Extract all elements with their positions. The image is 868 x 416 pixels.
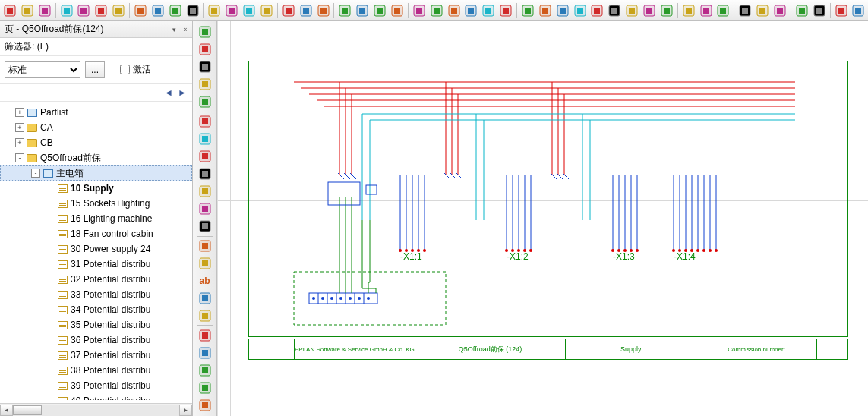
- chart-icon[interactable]: [851, 2, 867, 19]
- arc2-icon[interactable]: [195, 149, 215, 165]
- tree-row[interactable]: 32 Potential distribu: [0, 272, 192, 287]
- polyline-icon[interactable]: [195, 42, 215, 58]
- net6-icon[interactable]: [606, 2, 623, 19]
- tree-expander[interactable]: -: [15, 153, 24, 162]
- grid3-icon[interactable]: [446, 2, 462, 19]
- hscroll-track[interactable]: [13, 405, 179, 416]
- panel-dropdown-button[interactable]: ▾: [169, 24, 179, 35]
- drawing-canvas[interactable]: -X1:1-X1:2-X1:3-X1:4 EPL: [217, 21, 868, 416]
- tree-row[interactable]: +CB: [0, 135, 192, 150]
- arc1-icon[interactable]: [195, 131, 215, 147]
- activate-checkbox[interactable]: [120, 65, 130, 74]
- tree-row[interactable]: 37 Potential distribu: [0, 348, 192, 363]
- tree-row[interactable]: 16 Lighting machine: [0, 211, 192, 226]
- tree-row[interactable]: 10 Supply: [0, 181, 192, 196]
- panel-close-button[interactable]: ×: [180, 24, 191, 35]
- interrupt-icon[interactable]: [75, 2, 92, 19]
- dimd-icon[interactable]: [195, 362, 215, 378]
- grid4-icon[interactable]: [462, 2, 479, 19]
- forward-icon[interactable]: [389, 2, 406, 19]
- plugin-icon[interactable]: [36, 2, 53, 19]
- connector2-icon[interactable]: [195, 397, 215, 413]
- undo-icon[interactable]: [336, 2, 353, 19]
- grid5-icon[interactable]: [480, 2, 497, 19]
- flag-outline-icon[interactable]: [185, 2, 201, 19]
- hscroll-right[interactable]: ►: [179, 405, 192, 416]
- arc4-icon[interactable]: [195, 184, 215, 200]
- connector1-icon[interactable]: [195, 380, 215, 396]
- label-text-icon[interactable]: ab: [195, 273, 215, 288]
- tree-row[interactable]: +CA: [0, 120, 192, 135]
- net4-icon[interactable]: [572, 2, 589, 19]
- tree-expander[interactable]: +: [15, 123, 24, 132]
- tree-row[interactable]: 18 Fan control cabin: [0, 226, 192, 241]
- node-icon[interactable]: [195, 256, 215, 272]
- project-tree[interactable]: +Partlist+CA+CB-Q5Offroad前保-主电箱10 Supply…: [0, 102, 192, 403]
- net9-icon[interactable]: [658, 2, 675, 19]
- tree-row[interactable]: 36 Potential distribu: [0, 332, 192, 348]
- cart-icon[interactable]: [833, 2, 850, 19]
- tree-row[interactable]: -主电箱: [0, 165, 192, 181]
- tree-row[interactable]: 31 Potential distribu: [0, 257, 192, 272]
- revert-icon[interactable]: [371, 2, 388, 19]
- cut-connect-icon[interactable]: [58, 2, 75, 19]
- flag-icon[interactable]: [167, 2, 184, 19]
- hscroll-thumb[interactable]: [13, 405, 42, 415]
- net3-icon[interactable]: [554, 2, 571, 19]
- paste-col-icon[interactable]: [298, 2, 314, 19]
- tree-row[interactable]: 15 Sockets+lighting: [0, 196, 192, 211]
- tree-row[interactable]: 39 Potential distribu: [0, 378, 192, 393]
- text-icon[interactable]: [132, 2, 149, 19]
- rect-icon[interactable]: [195, 94, 215, 110]
- tree-expander[interactable]: +: [15, 108, 24, 117]
- tree-row[interactable]: 40 Potential distribu: [0, 393, 192, 400]
- draw1-icon[interactable]: [195, 238, 215, 254]
- filter-browse-button[interactable]: ...: [85, 61, 105, 78]
- hscroll-left[interactable]: ◄: [0, 405, 13, 416]
- tree-row[interactable]: -Q5Offroad前保: [0, 150, 192, 165]
- copy-col-icon[interactable]: [280, 2, 297, 19]
- toolB-icon[interactable]: [754, 2, 771, 19]
- cut-col-icon[interactable]: [315, 2, 332, 19]
- eye-icon[interactable]: [195, 219, 215, 235]
- spline-icon[interactable]: [195, 59, 215, 75]
- open-icon[interactable]: [19, 2, 36, 19]
- ring-icon[interactable]: [195, 114, 215, 130]
- symB-icon[interactable]: [698, 2, 715, 19]
- toolC-icon[interactable]: [772, 2, 788, 19]
- dimh-icon[interactable]: [195, 327, 215, 343]
- layers-icon[interactable]: [206, 2, 223, 19]
- lasso-icon[interactable]: [195, 77, 215, 93]
- redo-icon[interactable]: [354, 2, 371, 19]
- net8-icon[interactable]: [641, 2, 658, 19]
- fit-icon[interactable]: [811, 2, 828, 19]
- circle-icon[interactable]: [93, 2, 109, 19]
- tree-row[interactable]: +Partlist: [0, 105, 192, 120]
- nav-back-button[interactable]: ◄: [162, 86, 175, 99]
- symC-icon[interactable]: [715, 2, 732, 19]
- grid6-icon[interactable]: [497, 2, 514, 19]
- resize-icon[interactable]: [794, 2, 810, 19]
- arc5-icon[interactable]: [195, 201, 215, 217]
- split-icon[interactable]: [258, 2, 275, 19]
- tree-row[interactable]: 34 Potential distribu: [0, 302, 192, 317]
- delete-struct-icon[interactable]: [241, 2, 257, 19]
- nav-fwd-button[interactable]: ►: [175, 86, 189, 99]
- dimension-icon[interactable]: [195, 290, 215, 306]
- tree-expander[interactable]: +: [15, 138, 24, 147]
- tree-hscrollbar[interactable]: ◄ ►: [0, 403, 192, 416]
- symA-icon[interactable]: [680, 2, 697, 19]
- grid2-icon[interactable]: [428, 2, 445, 19]
- grid1-icon[interactable]: [411, 2, 428, 19]
- net5-icon[interactable]: [589, 2, 606, 19]
- tree-expander[interactable]: -: [31, 169, 40, 178]
- net2-icon[interactable]: [537, 2, 554, 19]
- net1-icon[interactable]: [519, 2, 536, 19]
- tag-icon[interactable]: [110, 2, 127, 19]
- dimv-icon[interactable]: [195, 345, 215, 361]
- link-icon[interactable]: [195, 307, 215, 323]
- tree-row[interactable]: 35 Potential distribu: [0, 317, 192, 332]
- tree-row[interactable]: 38 Potential distribu: [0, 363, 192, 378]
- arc3-icon[interactable]: [195, 166, 215, 182]
- tree-row[interactable]: 30 Power supply 24: [0, 241, 192, 257]
